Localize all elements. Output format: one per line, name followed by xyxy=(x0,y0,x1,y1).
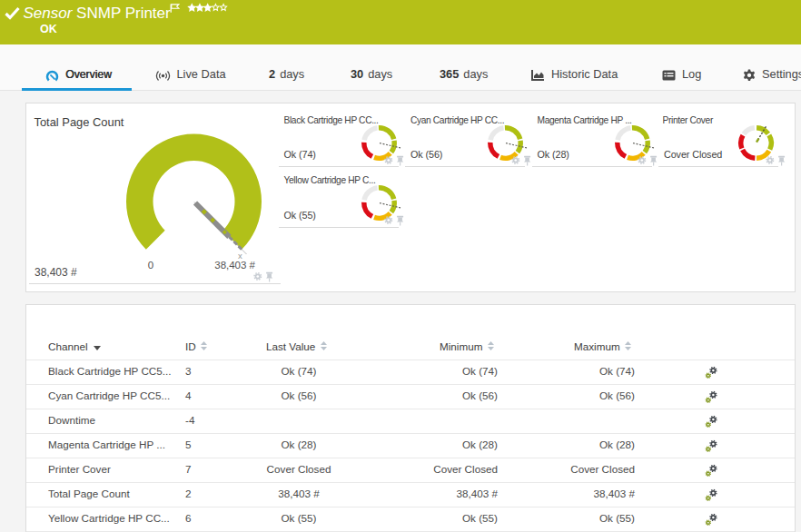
svg-text:x: x xyxy=(238,251,242,261)
